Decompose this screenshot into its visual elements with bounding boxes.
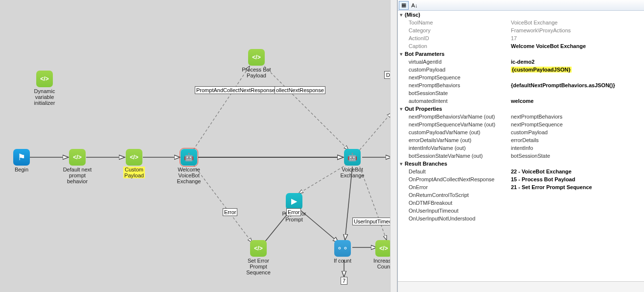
properties-footer <box>398 281 644 292</box>
categorized-view-button[interactable]: ▦ <box>399 1 409 10</box>
code-icon <box>69 149 86 166</box>
node-label: Dynamic variable initializer <box>27 88 62 106</box>
prop-out-nextpromptsequence[interactable]: nextPromptSequenceVarName (out)nextPromp… <box>398 121 644 128</box>
bot-icon <box>344 149 361 166</box>
prop-botsessionstate[interactable]: botSessionState <box>398 89 644 97</box>
prop-automatedintent[interactable]: automatedIntentwelcome <box>398 97 644 105</box>
node-label: If count <box>327 258 358 264</box>
prop-result-onerror[interactable]: OnError21 - Set Error Prompt Sequence <box>398 183 644 191</box>
prop-out-errordetails[interactable]: errorDetailsVarName (out)errorDetails <box>398 136 644 144</box>
node-default-next-prompt-behavior[interactable]: Default next prompt behavior <box>60 149 95 184</box>
edge-label-prompt-collect: PromptAndCollectNextResponse <box>195 86 276 94</box>
prop-caption[interactable]: CaptionWelcome VoiceBot Exchange <box>398 42 644 50</box>
svg-line-6 <box>360 113 391 150</box>
prop-out-custompayload[interactable]: customPayloadVarName (out)customPayload <box>398 128 644 136</box>
node-voicebot-exchange[interactable]: VoiceBot Exchange <box>335 149 370 178</box>
code-icon <box>250 240 267 257</box>
node-label: Welcome VoiceBot Exchange <box>171 167 207 184</box>
property-grid[interactable]: ▾ (Misc) ToolNameVoiceBot Exchange Categ… <box>398 11 644 281</box>
prop-nextpromptsequence[interactable]: nextPromptSequence <box>398 73 644 81</box>
node-begin[interactable]: Begin <box>4 149 39 172</box>
prop-toolname[interactable]: ToolNameVoiceBot Exchange <box>398 19 644 26</box>
properties-panel: ▦ A↓ ▾ (Misc) ToolNameVoiceBot Exchange … <box>397 0 644 292</box>
chevron-down-icon[interactable]: ▾ <box>398 160 405 168</box>
section-misc[interactable]: ▾ (Misc) <box>398 11 644 19</box>
edge-label-user-input-timeout: UserInputTimeo <box>352 218 393 225</box>
prop-result-onreturncontrol[interactable]: OnReturnControlToScript <box>398 191 644 199</box>
prop-virtualagentid[interactable]: virtualAgentIdic-demo2 <box>398 58 644 66</box>
svg-line-4 <box>193 66 250 150</box>
code-icon <box>126 149 142 166</box>
prop-out-intentinfo[interactable]: intentInfoVarName (out)intentInfo <box>398 144 644 152</box>
svg-line-5 <box>264 66 348 150</box>
section-out-properties[interactable]: ▾ Out Properties <box>398 105 644 113</box>
node-play-error-prompt[interactable]: Play Error Prompt <box>276 193 312 222</box>
node-process-bot-payload[interactable]: Process Bot Payload <box>239 49 274 78</box>
node-welcome-voicebot-exchange[interactable]: Welcome VoiceBot Exchange <box>171 149 207 184</box>
marker-7: 7 <box>341 277 347 285</box>
prop-nextpromptbehaviors[interactable]: nextPromptBehaviors{defaultNextPromptBeh… <box>398 81 644 89</box>
node-if-count[interactable]: If count <box>327 240 358 264</box>
section-bot-parameters[interactable]: ▾ Bot Parameters <box>398 50 644 58</box>
edge-label-error-2: Error <box>286 208 301 216</box>
bot-icon <box>181 149 197 166</box>
prop-category[interactable]: CategoryFramework\ProxyActions <box>398 26 644 34</box>
branch-icon <box>334 240 351 257</box>
prop-out-nextpromptbehaviors[interactable]: nextPromptBehaviorsVarName (out)nextProm… <box>398 113 644 121</box>
prop-result-onpromptandcollect[interactable]: OnPromptAndCollectNextResponse15 - Proce… <box>398 175 644 183</box>
prop-actionid[interactable]: ActionID17 <box>398 34 644 42</box>
prop-result-default[interactable]: Default22 - VoiceBot Exchange <box>398 168 644 175</box>
section-result-branches[interactable]: ▾ Result Branches <box>398 160 644 168</box>
alphabetical-view-button[interactable]: A↓ <box>410 1 419 10</box>
code-icon <box>248 49 265 66</box>
flag-icon <box>13 149 30 166</box>
properties-toolbar: ▦ A↓ <box>398 0 644 11</box>
node-label: Begin <box>4 167 39 172</box>
prop-result-onuserinputtimeout[interactable]: OnUserInputTimeout <box>398 207 644 215</box>
node-dynamic-variable-initializer[interactable]: Dynamic variable initializer <box>27 71 62 106</box>
node-label: Set Error Prompt Sequence <box>241 258 276 275</box>
prop-result-onuserinputnotunderstood[interactable]: OnUserInputNotUnderstood <box>398 215 644 222</box>
prop-result-ondtmfbreakout[interactable]: OnDTMFBreakout <box>398 199 644 207</box>
code-icon <box>375 240 392 257</box>
workflow-canvas[interactable]: Begin Dynamic variable initializer Defau… <box>0 0 397 292</box>
chevron-down-icon[interactable]: ▾ <box>398 50 405 58</box>
node-set-error-prompt-sequence[interactable]: Set Error Prompt Sequence <box>241 240 276 275</box>
node-label: Default next prompt behavior <box>60 167 95 184</box>
node-custom-payload[interactable]: Custom Payload <box>116 149 152 178</box>
edge-label-error-1: Error <box>223 208 237 216</box>
node-label: Custom Payload <box>116 167 152 178</box>
prop-out-botsessionstate[interactable]: botSessionStateVarName (out)botSessionSt… <box>398 152 644 160</box>
chevron-down-icon[interactable]: ▾ <box>398 105 405 113</box>
code-icon <box>36 71 53 87</box>
play-icon <box>286 193 302 210</box>
node-label: VoiceBot Exchange <box>335 167 370 178</box>
prop-custompayload[interactable]: customPayload{customPayloadJSON} <box>398 66 644 73</box>
chevron-down-icon[interactable]: ▾ <box>398 11 405 19</box>
edge-label-collect-next: ollectNextResponse <box>275 86 325 94</box>
node-label: Process Bot Payload <box>239 67 274 78</box>
canvas-vertical-scrollbar[interactable] <box>390 0 397 292</box>
